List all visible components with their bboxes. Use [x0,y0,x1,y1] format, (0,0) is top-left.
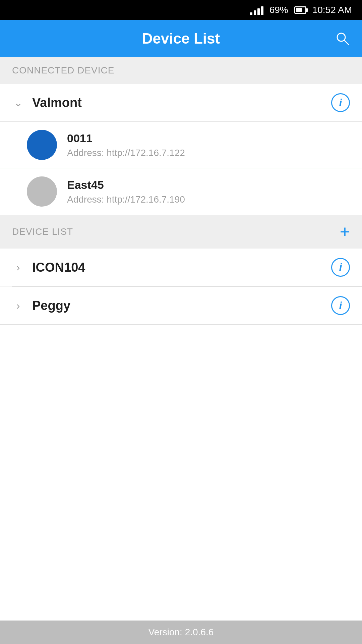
device-east45-address: Address: http://172.16.7.190 [67,194,350,205]
battery-icon [294,6,306,14]
status-bar: 69% 10:52 AM [0,0,362,20]
peggy-name: Peggy [32,299,331,313]
svg-line-1 [344,40,349,45]
device-east45-row[interactable]: East45 Address: http://172.16.7.190 [0,168,362,215]
info-icon: i [331,93,350,112]
connected-device-label: CONNECTED DEVICE [12,65,114,76]
app-header: Device List [0,20,362,57]
search-button[interactable] [335,31,350,46]
device-east45-info: East45 Address: http://172.16.7.190 [67,178,350,205]
info-icon: i [331,296,350,315]
device-0011-avatar [27,130,57,160]
main-content: CONNECTED DEVICE ⌄ Valmont i 0011 Addres… [0,57,362,621]
add-device-button[interactable]: + [340,223,350,240]
device-east45-name: East45 [67,178,350,192]
icon104-name: ICON104 [32,260,331,275]
icon104-info-button[interactable]: i [331,258,350,277]
footer: Version: 2.0.6.6 [0,621,362,644]
device-list-section-header: DEVICE LIST + [0,215,362,249]
battery-percent: 69% [269,5,288,15]
device-list-label: DEVICE LIST [12,226,73,237]
valmont-group-row[interactable]: ⌄ Valmont i [0,84,362,122]
peggy-info-button[interactable]: i [331,296,350,315]
valmont-group-name: Valmont [32,96,331,110]
version-text: Version: 2.0.6.6 [148,627,214,638]
device-0011-address: Address: http://172.16.7.122 [67,148,350,158]
clock: 10:52 AM [312,5,352,15]
icon104-row[interactable]: › ICON104 i [0,249,362,286]
connected-device-section-header: CONNECTED DEVICE [0,57,362,84]
chevron-right-icon: › [12,300,24,312]
signal-icon [250,5,263,15]
info-icon: i [331,258,350,277]
page-title: Device List [142,30,220,47]
chevron-down-icon: ⌄ [12,96,24,109]
valmont-info-button[interactable]: i [331,93,350,112]
chevron-right-icon: › [12,261,24,274]
device-0011-name: 0011 [67,132,350,145]
peggy-row[interactable]: › Peggy i [0,287,362,325]
search-icon [335,31,350,46]
device-0011-info: 0011 Address: http://172.16.7.122 [67,132,350,158]
device-0011-row[interactable]: 0011 Address: http://172.16.7.122 [0,122,362,168]
device-east45-avatar [27,176,57,207]
